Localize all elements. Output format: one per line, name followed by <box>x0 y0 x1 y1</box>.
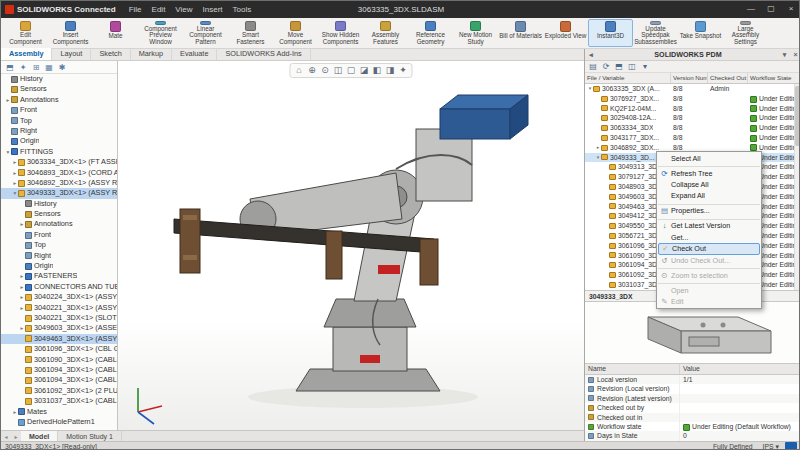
context-menu-item[interactable]: ▤ Properties... <box>658 204 760 217</box>
feature-tree-item[interactable]: 3061094_3DX<1> (CABLE GROMM... <box>1 365 117 375</box>
context-menu-item[interactable]: ⟳ Refresh Tree <box>658 166 760 179</box>
context-menu-item[interactable]: Expand All <box>658 190 760 201</box>
ribbon-button[interactable]: Component Preview Window <box>138 19 183 47</box>
feature-tree-item[interactable]: Front <box>1 105 117 115</box>
menubar-item[interactable]: Tools <box>228 1 257 18</box>
feature-tree-item[interactable]: ▸ 3040221_3DX<1> (ASSY RBT... <box>1 303 117 313</box>
edit-appearance-icon[interactable]: ◨ <box>384 64 397 77</box>
command-tab[interactable]: Markup <box>131 48 172 60</box>
model-tab[interactable]: Motion Study 1 <box>58 431 122 442</box>
robot-model[interactable] <box>128 69 574 421</box>
feature-tree-item[interactable]: ▸ 3063334_3DX<1> (FT ASSEMBLY EQ... <box>1 157 117 167</box>
configurationmanager-tab-icon[interactable]: ⊞ <box>30 62 42 73</box>
propertymanager-tab-icon[interactable]: ✦ <box>17 62 29 73</box>
more-options-icon[interactable]: ▾ <box>639 61 651 72</box>
feature-tree-item[interactable]: ▸ Mates <box>1 407 117 417</box>
ribbon-button[interactable]: Edit Component <box>3 19 48 47</box>
command-tab[interactable]: Sketch <box>91 48 130 60</box>
context-menu-item[interactable]: Get... <box>658 232 760 243</box>
pdm-table-row[interactable]: 3029408-12A... 8/8 Under Editing (Defaul… <box>585 113 800 123</box>
property-row[interactable]: Checked out in <box>585 413 800 422</box>
ribbon-button[interactable]: Assembly Features <box>363 19 408 47</box>
feature-tree-item[interactable]: DerivedHolePattern1 <box>1 417 117 427</box>
context-menu-item[interactable]: ✎ Edit <box>658 296 760 307</box>
feature-tree-item[interactable]: 3061092_3DX<1> (2 PLUGGED CABL... <box>1 386 117 396</box>
file-list-icon[interactable]: ▤ <box>587 61 599 72</box>
units-selector[interactable]: IPS <box>763 443 774 450</box>
feature-tree-item[interactable]: ▸ 3046892_3DX<1> (ASSY ROBOT TOOL C... <box>1 178 117 188</box>
context-menu-item[interactable]: Open <box>658 283 760 296</box>
column-checked-out-by[interactable]: Checked Out By <box>708 73 748 83</box>
context-menu-item[interactable]: Collapse All <box>658 179 760 190</box>
column-version-number[interactable]: Version Number <box>671 73 708 83</box>
property-row[interactable]: Revision (Local version) <box>585 384 800 393</box>
property-row[interactable]: Workflow state Under Editing (Default Wo… <box>585 422 800 431</box>
close-panel-icon[interactable]: × <box>790 51 800 58</box>
feature-tree-item[interactable]: ▸ 3046893_3DX<1> (CORD ASSEMBLY EQ... <box>1 168 117 178</box>
pdm-table-row[interactable]: ▾ 3063335_3DX (A... 8/8 Admin <box>585 84 800 94</box>
command-tab[interactable]: Evaluate <box>172 48 217 60</box>
menubar-item[interactable]: View <box>170 1 197 18</box>
refresh-icon[interactable]: ⟳ <box>600 61 612 72</box>
apply-scene-icon[interactable]: ✦ <box>397 64 410 77</box>
feature-tree-item[interactable]: Origin <box>1 136 117 146</box>
feature-tree-item[interactable]: Origin <box>1 261 117 271</box>
feature-tree-item[interactable]: 3040221_3DX<1> (SLOTTED DIN RA... <box>1 313 117 323</box>
menubar-item[interactable]: File <box>124 1 147 18</box>
ribbon-button[interactable]: Linear Component Pattern <box>183 19 228 47</box>
pdm-table-row[interactable]: 3063334_3DX 8/8 Under Editing (Default V <box>585 123 800 133</box>
feature-tree-item[interactable]: 3061090_3DX<1> (CABLE GROMM... <box>1 355 117 365</box>
display-style-icon[interactable]: ◪ <box>358 64 371 77</box>
section-view-icon[interactable]: ◫ <box>332 64 345 77</box>
context-menu-item[interactable]: ↺ Undo Check Out... <box>658 255 760 266</box>
hide-show-items-icon[interactable]: ◧ <box>371 64 384 77</box>
feature-tree-item[interactable]: 3049463_3DX<1> (ASSY RBT EX600... <box>1 334 117 344</box>
view-orientation-icon[interactable]: ▢ <box>345 64 358 77</box>
property-row[interactable]: Revision (Latest version) <box>585 394 800 403</box>
context-menu-item[interactable]: ⊙ Zoom to selection <box>658 268 760 281</box>
pdm-table-row[interactable]: 3043177_3DX... 8/8 Under Editing (Defaul… <box>585 133 800 143</box>
feature-tree-item[interactable]: 3031037_3DX<1> (CABLE... <box>1 396 117 406</box>
feature-tree-item[interactable]: ▾ FITTINGS <box>1 147 117 157</box>
pdm-preview-pane[interactable] <box>585 302 800 364</box>
pin-panel-icon[interactable]: ▾ <box>779 51 790 59</box>
model-tab[interactable]: Model <box>21 431 58 442</box>
command-tab[interactable]: Assembly <box>1 48 52 60</box>
split-view-icon[interactable]: ◫ <box>626 61 638 72</box>
menubar-item[interactable]: Edit <box>147 1 171 18</box>
property-row[interactable]: Local version 1/1 <box>585 375 800 384</box>
command-tab[interactable]: Layout <box>52 48 91 60</box>
command-tab[interactable]: SOLIDWORKS Add-Ins <box>217 48 310 60</box>
menubar-item[interactable]: Insert <box>198 1 228 18</box>
maximize-icon[interactable]: ▢ <box>761 1 781 18</box>
feature-tree-item[interactable]: ▸ 3040224_3DX<1> (ASSY RBT EX... <box>1 292 117 302</box>
ribbon-button[interactable]: Instant3D <box>588 19 633 47</box>
feature-tree-item[interactable]: 3061096_3DX<1> (CBL GROMMET... <box>1 344 117 354</box>
ribbon-button[interactable]: Insert Components <box>48 19 93 47</box>
feature-tree-item[interactable]: Sensors <box>1 84 117 94</box>
displaymanager-tab-icon[interactable]: ✱ <box>56 62 68 73</box>
context-menu-item[interactable]: Select All <box>658 153 760 164</box>
column-workflow-state[interactable]: Workflow State <box>748 73 800 83</box>
context-menu-item[interactable]: ✓ Check Out <box>658 243 760 255</box>
ribbon-button[interactable]: Move Component <box>273 19 318 47</box>
scrollbar-thumb[interactable] <box>795 86 800 146</box>
pdm-table-row[interactable]: 3076927_3DX... 8/8 Under Editing (Defaul… <box>585 94 800 104</box>
column-file-variable[interactable]: File / Variable <box>585 73 671 83</box>
feature-tree-item[interactable]: ▸ CONNECTORS AND TUBING <box>1 282 117 292</box>
zoom-fit-icon[interactable]: ⌂ <box>293 64 306 77</box>
feature-tree-item[interactable]: 3061094_3DX<1> (CABLE GROMM... <box>1 375 117 385</box>
ribbon-button[interactable]: Smart Fasteners <box>228 19 273 47</box>
dimxpert-tab-icon[interactable]: ▦ <box>43 62 55 73</box>
ribbon-button[interactable]: Mate <box>93 19 138 47</box>
ribbon-button[interactable]: Bill of Materials <box>498 19 543 47</box>
pdm-table-row[interactable]: KQ2F12-04M... 8/8 Under Editing (Default… <box>585 104 800 114</box>
ribbon-button[interactable]: Reference Geometry <box>408 19 453 47</box>
feature-tree-item[interactable]: History <box>1 199 117 209</box>
ribbon-button[interactable]: Take Snapshot <box>678 19 723 47</box>
feature-tree-item[interactable]: ▸ FASTENERS <box>1 271 117 281</box>
zoom-area-icon[interactable]: ⊕ <box>306 64 319 77</box>
feature-tree-item[interactable]: ▾ 3049333_3DX<1> (ASSY RBT EX600 C... <box>1 188 117 198</box>
minimize-icon[interactable]: — <box>741 1 761 18</box>
property-row[interactable]: Checked out by <box>585 403 800 412</box>
